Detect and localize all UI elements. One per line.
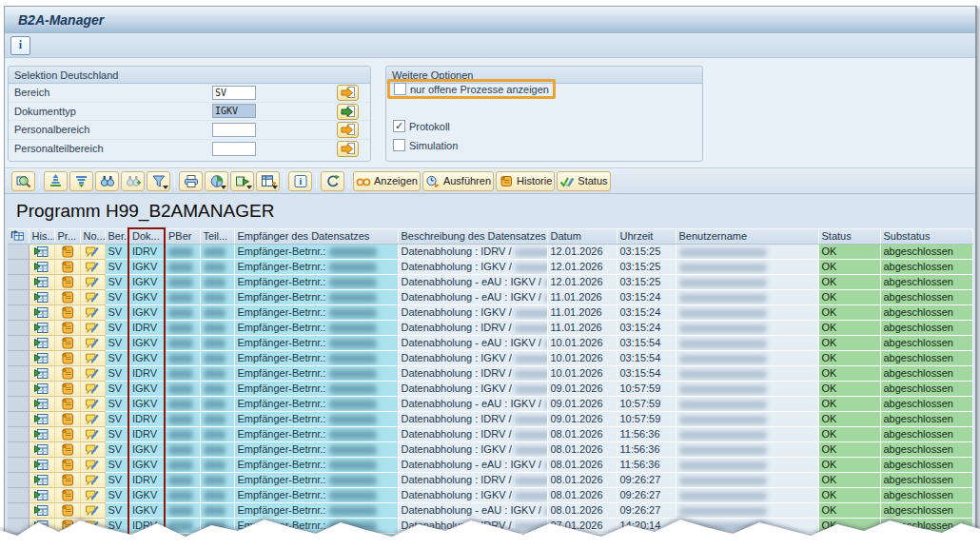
toolbar-info-button[interactable]: i [288,171,312,191]
field-input-personalteilbereich[interactable] [212,142,256,156]
select-all-header[interactable] [8,228,29,244]
cell-note-button[interactable] [80,259,105,274]
row-selector[interactable] [8,259,29,274]
cell-protocol-button[interactable] [54,472,80,487]
cell-history-button[interactable] [29,350,54,365]
cell-protocol-button[interactable] [54,381,80,396]
checkbox-unchecked[interactable] [394,83,406,95]
cell-protocol-button[interactable] [54,518,80,533]
cell-note-button[interactable] [80,518,105,533]
cell-note-button[interactable] [80,244,105,259]
column-header-substatus[interactable]: Substatus [880,228,972,244]
cell-history-button[interactable] [29,487,54,502]
multiple-selection-button[interactable] [337,141,359,157]
toolbar-refresh-button[interactable] [321,171,344,191]
cell-note-button[interactable] [80,304,105,320]
cell-protocol-button[interactable] [54,502,80,518]
column-header-pber[interactable]: PBer [165,228,200,244]
toolbar-details-button[interactable] [11,171,35,191]
cell-protocol-button[interactable] [54,304,80,320]
row-selector[interactable] [8,274,29,289]
multiple-selection-button[interactable] [337,122,359,138]
cell-protocol-button[interactable] [54,274,80,289]
cell-history-button[interactable] [29,472,54,487]
cell-history-button[interactable] [29,396,54,411]
cell-history-button[interactable] [29,259,54,274]
column-header-uhrzeit[interactable]: Uhrzeit [617,228,676,244]
cell-protocol-button[interactable] [54,411,80,426]
cell-note-button[interactable] [80,533,105,548]
cell-note-button[interactable] [80,441,105,457]
row-selector[interactable] [8,533,29,548]
row-selector[interactable] [8,518,29,533]
row-selector[interactable] [8,304,29,320]
toolbar-historie-button[interactable]: Historie [496,171,555,191]
column-header-teil[interactable]: Teil... [200,228,234,244]
toolbar-ausfuehren-button[interactable]: Ausführen [422,171,494,191]
column-header-pr[interactable]: Pr... [54,228,80,244]
field-input-personalbereich[interactable] [212,123,256,137]
cell-history-button[interactable] [29,274,54,289]
checkbox-checked[interactable]: ✓ [393,120,405,132]
row-selector[interactable] [8,289,29,304]
cell-history-button[interactable] [29,518,54,533]
cell-protocol-button[interactable] [54,457,80,472]
row-selector[interactable] [8,381,29,396]
cell-note-button[interactable] [80,426,105,441]
cell-note-button[interactable] [80,487,105,502]
toolbar-layout-button[interactable] [256,171,280,191]
field-input-dokumenttyp[interactable] [212,104,256,118]
row-selector[interactable] [8,487,29,502]
cell-history-button[interactable] [29,335,54,350]
cell-history-button[interactable] [29,244,54,259]
cell-note-button[interactable] [80,411,105,426]
cell-note-button[interactable] [80,365,105,381]
toolbar-export-button[interactable] [230,171,254,191]
column-header-empfngerdesdatensatzes[interactable]: Empfänger des Datensatzes [234,228,398,244]
column-header-beschreibungdesdatensatzes[interactable]: Beschreibung des Datensatzes [398,228,547,244]
cell-history-button[interactable] [29,289,54,304]
row-selector[interactable] [8,472,29,487]
toolbar-sort-ascending-button[interactable] [44,171,68,191]
row-selector[interactable] [8,426,29,441]
toolbar-views-button[interactable] [205,171,228,191]
multiple-selection-button[interactable] [337,104,359,120]
row-selector[interactable] [8,335,29,350]
cell-note-button[interactable] [80,457,105,472]
toolbar-status-button[interactable]: Status [557,171,610,191]
toolbar-anzeigen-button[interactable]: Anzeigen [353,171,421,191]
toolbar-find-next-button[interactable] [121,171,145,191]
row-selector[interactable] [8,411,29,426]
column-header-benutzername[interactable]: Benutzername [676,228,818,244]
cell-note-button[interactable] [80,472,105,487]
cell-history-button[interactable] [29,457,54,472]
toolbar-sort-descending-button[interactable] [69,171,93,191]
cell-protocol-button[interactable] [54,244,80,259]
row-selector[interactable] [8,350,29,365]
cell-note-button[interactable] [80,274,105,289]
toolbar-filter-button[interactable] [147,171,170,191]
field-input-bereich[interactable] [212,86,256,100]
row-selector[interactable] [8,320,29,335]
column-header-datum[interactable]: Datum [547,228,617,244]
cell-protocol-button[interactable] [54,396,80,411]
cell-protocol-button[interactable] [54,426,80,441]
checkbox-unchecked[interactable] [393,139,405,151]
cell-protocol-button[interactable] [54,533,80,548]
cell-history-button[interactable] [29,304,54,320]
cell-protocol-button[interactable] [54,487,80,502]
cell-note-button[interactable] [80,350,105,365]
multiple-selection-button[interactable] [337,85,359,101]
column-header-his[interactable]: His... [29,228,54,244]
cell-note-button[interactable] [80,396,105,411]
cell-note-button[interactable] [80,289,105,304]
cell-note-button[interactable] [80,320,105,335]
column-header-dok[interactable]: Dok... [128,228,165,244]
cell-protocol-button[interactable] [54,441,80,457]
row-selector[interactable] [8,502,29,518]
info-button[interactable]: i [10,36,30,55]
cell-note-button[interactable] [80,381,105,396]
cell-protocol-button[interactable] [54,259,80,274]
cell-history-button[interactable] [29,502,54,518]
cell-protocol-button[interactable] [54,320,80,335]
